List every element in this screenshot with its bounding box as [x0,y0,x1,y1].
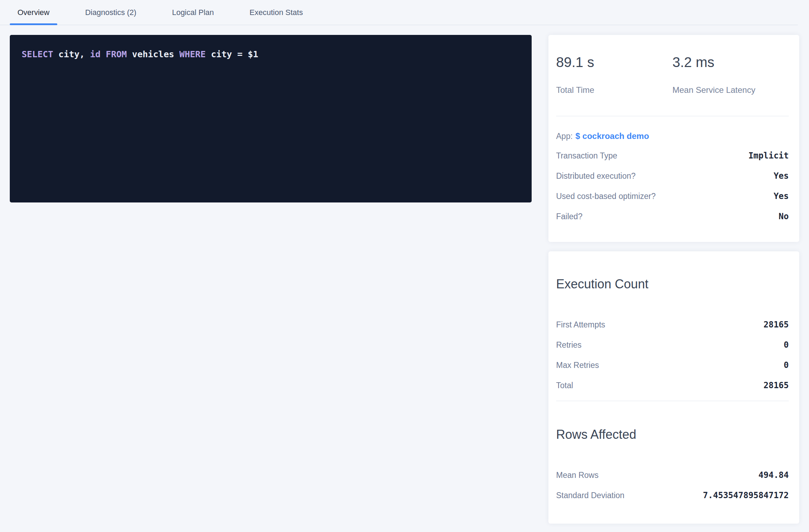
max-retries-value: 0 [784,360,789,370]
app-row: App:$ cockroach demo [556,131,789,141]
failed-row: Failed? No [556,212,789,221]
mean-rows-row: Mean Rows 494.84 [556,470,789,480]
standard-deviation-row: Standard Deviation 7.453547895847172 [556,490,789,500]
distributed-execution-row: Distributed execution? Yes [556,171,789,181]
summary-card: 89.1 s Total Time 3.2 ms Mean Service La… [548,35,799,242]
total-executions-value: 28165 [764,380,789,390]
sql-keyword: WHERE [180,49,206,59]
retries-row: Retries 0 [556,340,789,350]
rows-affected-rows: Mean Rows 494.84 Standard Deviation 7.45… [556,470,789,500]
rows-affected-title: Rows Affected [556,428,789,441]
sql-keyword: SELECT [22,49,53,59]
cost-based-optimizer-row: Used cost-based optimizer? Yes [556,191,789,201]
summary-divider [556,116,789,116]
cost-based-optimizer-label: Used cost-based optimizer? [556,192,656,201]
statement-tabs: Overview Diagnostics (2) Logical Plan Ex… [0,0,798,25]
active-tab-indicator [10,23,57,25]
app-label: App: [556,132,573,141]
max-retries-row: Max Retries 0 [556,360,789,370]
sql-text: city = $1 [206,49,258,59]
transaction-type-row: Transaction Type Implicit [556,151,789,161]
tab-diagnostics[interactable]: Diagnostics (2) [78,0,144,25]
stats-sidebar: 89.1 s Total Time 3.2 ms Mean Service La… [548,35,799,524]
sql-text [101,49,106,59]
statement-details-page: Overview Diagnostics (2) Logical Plan Ex… [0,0,809,532]
distributed-execution-label: Distributed execution? [556,171,636,181]
mean-rows-label: Mean Rows [556,471,598,480]
tab-overview[interactable]: Overview [10,0,57,25]
distributed-execution-value: Yes [774,171,789,181]
app-link[interactable]: $ cockroach demo [575,131,649,141]
retries-value: 0 [784,340,789,350]
total-time-stat: 89.1 s Total Time [556,55,672,95]
tab-execution-stats-label: Execution Stats [249,8,303,17]
summary-attributes: Transaction Type Implicit Distributed ex… [556,151,789,221]
sql-statement-box: SELECT city, id FROM vehicles WHERE city… [10,35,532,202]
tab-execution-stats[interactable]: Execution Stats [242,0,311,25]
transaction-type-label: Transaction Type [556,151,617,161]
sql-keyword: FROM [106,49,127,59]
mean-service-latency-stat: 3.2 ms Mean Service Latency [672,55,789,95]
mean-service-latency-label: Mean Service Latency [672,85,789,95]
execution-details-card: Execution Count First Attempts 28165 Ret… [548,251,799,524]
standard-deviation-value: 7.453547895847172 [703,490,789,500]
main-content: SELECT city, id FROM vehicles WHERE city… [0,25,809,524]
max-retries-label: Max Retries [556,361,599,370]
latency-stats-row: 89.1 s Total Time 3.2 ms Mean Service La… [556,55,789,95]
failed-value: No [779,212,789,221]
execution-count-rows: First Attempts 28165 Retries 0 Max Retri… [556,320,789,390]
tab-logical-plan-label: Logical Plan [172,8,214,17]
failed-label: Failed? [556,212,582,221]
tab-logical-plan[interactable]: Logical Plan [164,0,221,25]
first-attempts-value: 28165 [764,320,789,330]
tab-diagnostics-label: Diagnostics (2) [85,8,137,17]
details-divider [556,401,789,401]
retries-label: Retries [556,340,582,350]
execution-count-title: Execution Count [556,278,789,290]
mean-rows-value: 494.84 [758,470,789,480]
total-time-label: Total Time [556,85,672,95]
total-executions-label: Total [556,381,573,390]
total-time-value: 89.1 s [556,55,672,69]
sql-text: vehicles [127,49,180,59]
first-attempts-label: First Attempts [556,320,605,330]
standard-deviation-label: Standard Deviation [556,491,625,500]
total-executions-row: Total 28165 [556,380,789,390]
transaction-type-value: Implicit [748,151,789,161]
sql-text: city, [53,49,90,59]
first-attempts-row: First Attempts 28165 [556,320,789,330]
cost-based-optimizer-value: Yes [774,191,789,201]
tab-overview-label: Overview [17,8,50,17]
sql-keyword: id [90,49,101,59]
mean-service-latency-value: 3.2 ms [672,55,789,69]
